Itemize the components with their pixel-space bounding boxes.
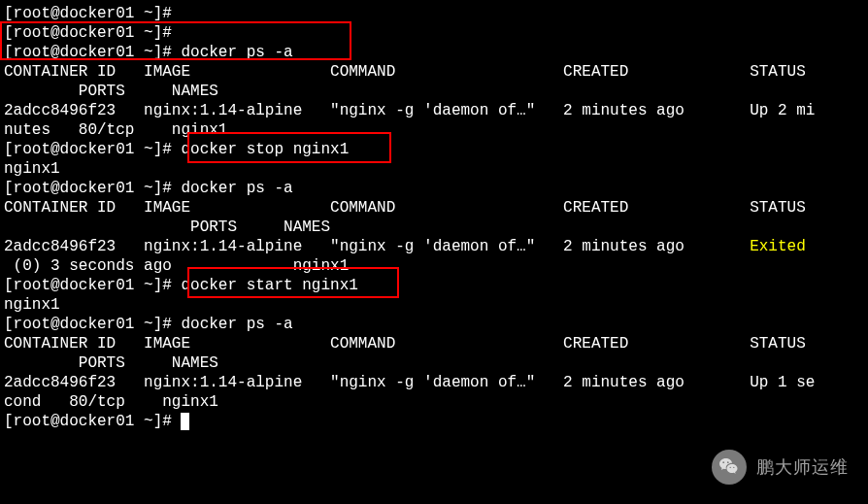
watermark: 鹏大师运维: [712, 450, 849, 485]
table-row: cond 80/tcp nginx1: [4, 392, 864, 412]
table-header: CONTAINER ID IMAGE COMMAND CREATED STATU…: [4, 334, 864, 353]
command-line[interactable]: [root@docker01 ~]# docker ps -a: [4, 179, 864, 198]
prompt-line[interactable]: [root@docker01 ~]#: [4, 412, 864, 431]
wechat-icon: [712, 450, 747, 485]
command-text: docker ps -a: [181, 44, 292, 61]
table-row: 2adcc8496f23 nginx:1.14-alpine "nginx -g…: [4, 237, 864, 256]
row-data: 2adcc8496f23 nginx:1.14-alpine "nginx -g…: [4, 374, 750, 391]
watermark-text: 鹏大师运维: [756, 456, 849, 479]
table-header: PORTS NAMES: [4, 82, 864, 101]
command-line[interactable]: [root@docker01 ~]# docker ps -a: [4, 315, 864, 334]
table-header: PORTS NAMES: [4, 218, 864, 237]
command-text: docker ps -a: [181, 180, 292, 197]
table-row: 2adcc8496f23 nginx:1.14-alpine "nginx -g…: [4, 373, 864, 392]
output-line: nginx1: [4, 159, 864, 179]
table-row: nutes 80/tcp nginx1: [4, 120, 864, 140]
output-line: nginx1: [4, 295, 864, 315]
status-text: Up 1 se: [750, 374, 815, 391]
prompt-line: [root@docker01 ~]#: [4, 4, 864, 23]
shell-prompt: [root@docker01 ~]#: [4, 413, 181, 430]
command-text: docker stop nginx1: [181, 141, 349, 158]
table-row: 2adcc8496f23 nginx:1.14-alpine "nginx -g…: [4, 101, 864, 120]
command-line[interactable]: [root@docker01 ~]# docker start nginx1: [4, 276, 864, 295]
command-text: docker ps -a: [181, 316, 292, 333]
row-data: 2adcc8496f23 nginx:1.14-alpine "nginx -g…: [4, 238, 750, 255]
shell-prompt: [root@docker01 ~]#: [4, 5, 181, 22]
shell-prompt: [root@docker01 ~]#: [4, 24, 181, 42]
command-line[interactable]: [root@docker01 ~]# docker stop nginx1: [4, 140, 864, 159]
status-exited: Exited: [750, 238, 806, 255]
command-text: docker start nginx1: [181, 277, 357, 294]
prompt-line: [root@docker01 ~]#: [4, 23, 864, 43]
shell-prompt: [root@docker01 ~]#: [4, 44, 181, 61]
table-row: (0) 3 seconds ago nginx1: [4, 256, 864, 276]
row-data: 2adcc8496f23 nginx:1.14-alpine "nginx -g…: [4, 102, 750, 119]
shell-prompt: [root@docker01 ~]#: [4, 180, 181, 197]
table-header: CONTAINER ID IMAGE COMMAND CREATED STATU…: [4, 62, 864, 82]
table-header: CONTAINER ID IMAGE COMMAND CREATED STATU…: [4, 198, 864, 218]
table-header: PORTS NAMES: [4, 353, 864, 373]
cursor: [181, 413, 189, 430]
command-line[interactable]: [root@docker01 ~]# docker ps -a: [4, 43, 864, 62]
status-text: Up 2 mi: [750, 102, 815, 119]
shell-prompt: [root@docker01 ~]#: [4, 316, 181, 333]
shell-prompt: [root@docker01 ~]#: [4, 141, 181, 158]
shell-prompt: [root@docker01 ~]#: [4, 277, 181, 294]
